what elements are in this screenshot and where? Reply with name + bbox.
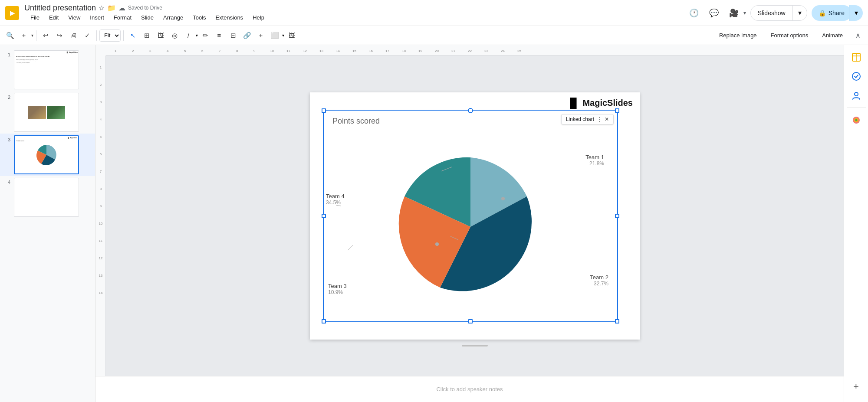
shapes-button[interactable]: ◎ (168, 29, 181, 42)
animate-button[interactable]: Animate (817, 30, 848, 40)
toolbar-sep-2 (96, 30, 97, 41)
bg-button[interactable]: 🖼 (285, 29, 298, 42)
document-title[interactable]: Untitled presentation (24, 3, 96, 13)
box-chevron[interactable]: ▾ (282, 33, 284, 38)
handle-top-left[interactable] (322, 108, 326, 113)
menu-help[interactable]: Help (248, 13, 269, 23)
slideshow-main-button[interactable]: Slideshow (751, 6, 793, 20)
linked-chart-expand-icon[interactable]: ✕ (605, 116, 609, 122)
team4-label: Team 4 34.5% (326, 193, 345, 206)
svg-text:14: 14 (99, 291, 102, 295)
share-dropdown-button[interactable]: ▾ (849, 5, 863, 21)
app-logo-icon: ▶ (10, 10, 15, 16)
select-button[interactable]: ↖ (126, 29, 139, 42)
image-button[interactable]: 🖼 (154, 29, 167, 42)
canvas-area: 1 2 3 4 5 6 7 8 9 10 11 12 13 14 15 16 1 (95, 45, 844, 402)
thumb1-bullets: Input or paste text, choose a template, … (16, 59, 77, 65)
sidebar-icon-dot[interactable] (848, 111, 865, 129)
slide-thumb-2[interactable] (14, 93, 79, 132)
menu-arrange[interactable]: Arrange (159, 13, 187, 23)
thumb3-chart-svg (25, 143, 68, 167)
collapse-button[interactable]: ∧ (852, 29, 865, 42)
history-button[interactable]: 🕐 (686, 5, 702, 21)
crop-button[interactable]: ⊞ (140, 29, 153, 42)
thumb2-img2 (47, 106, 65, 119)
slide-canvas-wrapper: ▐▌ MagicSlides (106, 56, 844, 376)
cloud-icon[interactable]: ☁ (118, 4, 125, 12)
notes-area[interactable]: Click to add speaker notes (95, 376, 844, 402)
chart-container[interactable]: Points scored Linked chart ⋮ ✕ (323, 110, 618, 322)
magic-logo-icon: ▐▌ (566, 98, 580, 109)
pie-chart-wrapper: Team 1 21.8% Team 2 32.7% (324, 132, 617, 321)
format-button[interactable]: ⊟ (227, 29, 240, 42)
svg-text:1: 1 (99, 65, 102, 69)
slide-thumb-3[interactable]: ▐▌ MagicSlides Points scored (14, 135, 79, 174)
menu-extensions[interactable]: Extensions (211, 13, 248, 23)
thumb2-img1 (28, 106, 46, 119)
linked-chart-label: Linked chart (566, 116, 594, 122)
menu-format[interactable]: Format (109, 13, 136, 23)
menu-tools[interactable]: Tools (188, 13, 210, 23)
handle-top-circle[interactable] (468, 108, 473, 113)
comments-button[interactable]: 💬 (706, 5, 722, 21)
svg-text:5: 5 (99, 135, 102, 139)
align-button[interactable]: ≡ (213, 29, 226, 42)
sidebar-icon-tables[interactable] (848, 49, 865, 66)
svg-text:9: 9 (253, 49, 256, 53)
slide-thumb-1[interactable]: ▐▌ MagicSlides Professional Presentation… (14, 50, 79, 89)
undo-button[interactable]: ↩ (39, 29, 52, 42)
app-logo[interactable]: ▶ (5, 6, 19, 20)
star-icon[interactable]: ☆ (99, 4, 105, 12)
notes-placeholder[interactable]: Click to add speaker notes (104, 386, 835, 392)
color-wheel-icon (852, 115, 861, 125)
zoom-select[interactable]: Fit (99, 29, 121, 42)
zoom-in-button[interactable]: + (17, 29, 30, 42)
sidebar-add-button[interactable]: + (848, 378, 865, 395)
slide-item-4[interactable]: 4 (0, 176, 95, 219)
menu-slide[interactable]: Slide (137, 13, 158, 23)
svg-point-39 (501, 197, 505, 200)
svg-text:6: 6 (99, 152, 102, 156)
slide-thumb-4[interactable] (14, 178, 79, 217)
menu-edit[interactable]: Edit (45, 13, 63, 23)
share-button[interactable]: 🔒 Share (812, 5, 852, 21)
sidebar-icon-check[interactable] (848, 68, 865, 85)
menu-insert[interactable]: Insert (85, 13, 108, 23)
slide-item-1[interactable]: 1 ▐▌ MagicSlides Professional Presentati… (0, 49, 95, 91)
spell-check-button[interactable]: ✓ (81, 29, 94, 42)
slideshow-dropdown-button[interactable]: ▾ (793, 6, 807, 20)
team1-label: Team 1 21.8% (585, 154, 604, 167)
linked-chart-badge: Linked chart ⋮ ✕ (561, 114, 614, 124)
slide-number-4: 4 (3, 178, 10, 185)
format-options-button[interactable]: Format options (766, 30, 814, 40)
thumb3-content: Points scored (15, 136, 78, 168)
comment-button[interactable]: + (254, 29, 267, 42)
pen-button[interactable]: ✏ (199, 29, 212, 42)
linked-chart-menu-icon[interactable]: ⋮ (597, 116, 602, 122)
team3-label: Team 3 10.9% (328, 283, 347, 295)
meet-button[interactable]: 🎥 (726, 5, 742, 21)
replace-image-button[interactable]: Replace image (714, 30, 762, 40)
zoom-chevron[interactable]: ▾ (31, 33, 33, 38)
folder-icon[interactable]: 📁 (107, 4, 116, 12)
meet-chevron[interactable]: ▾ (743, 10, 746, 16)
ruler-left: 1 2 3 4 5 6 7 8 9 10 11 12 13 14 (95, 56, 106, 376)
search-button[interactable]: 🔍 (3, 29, 16, 42)
slide-item-2[interactable]: 2 (0, 91, 95, 134)
redo-button[interactable]: ↪ (53, 29, 66, 42)
svg-text:13: 13 (319, 49, 323, 53)
svg-text:11: 11 (286, 49, 290, 53)
box-button[interactable]: ⬜ (268, 29, 281, 42)
line-button[interactable]: / (182, 29, 195, 42)
sidebar-icon-person[interactable] (848, 87, 865, 104)
menu-view[interactable]: View (64, 13, 85, 23)
line-chevron[interactable]: ▾ (196, 33, 198, 38)
ruler-row: 1 2 3 4 5 6 7 8 9 10 11 12 13 14 15 16 1 (95, 45, 844, 56)
handle-top-right[interactable] (615, 108, 619, 113)
slide-item-3[interactable]: 3 ▐▌ MagicSlides Points scored (0, 134, 95, 176)
print-button[interactable]: 🖨 (67, 29, 80, 42)
menu-file[interactable]: File (26, 13, 44, 23)
svg-text:14: 14 (336, 49, 340, 53)
check-circle-icon (852, 72, 861, 81)
link-button[interactable]: 🔗 (240, 29, 253, 42)
